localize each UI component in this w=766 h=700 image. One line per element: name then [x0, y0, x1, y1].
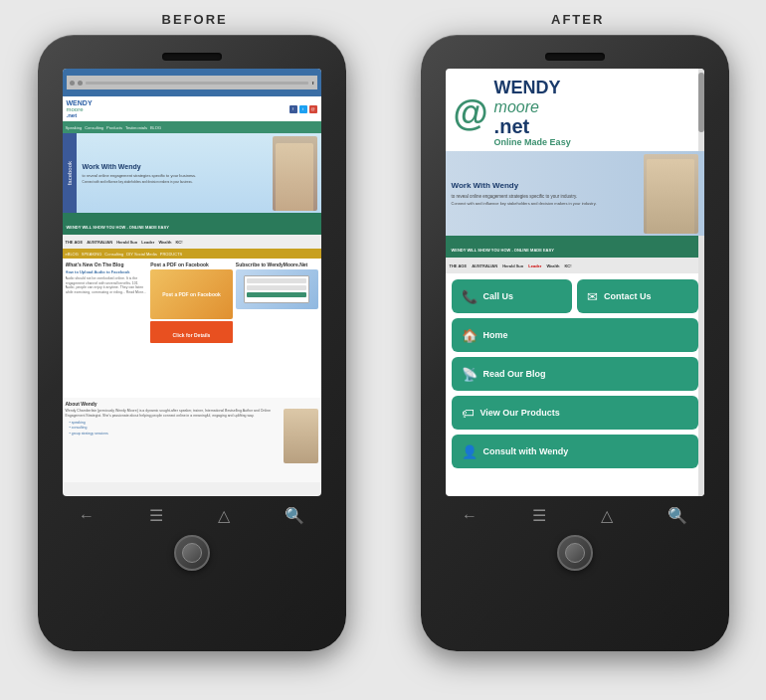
- col2-img[interactable]: Post a PDF on Facebook: [150, 269, 233, 319]
- before-second-nav[interactable]: eBLOG SPEAKING Consulting DIY Social Med…: [63, 249, 321, 259]
- before-person-img: [276, 143, 313, 211]
- after-home-icon[interactable]: △: [601, 506, 613, 525]
- before-screen: ⬆ WENDY moore .net f t @: [63, 69, 321, 496]
- after-home-button-inner: [565, 543, 585, 563]
- products-button[interactable]: 🏷 View Our Products: [452, 396, 698, 430]
- call-us-label: Call Us: [483, 291, 514, 301]
- after-menu-icon[interactable]: ☰: [532, 506, 546, 525]
- after-search-icon[interactable]: 🔍: [668, 506, 687, 525]
- contact-us-button[interactable]: ✉ Contact Us: [577, 279, 698, 313]
- home-icon: 🏠: [462, 328, 478, 343]
- after-hero-title: Work With Wendy: [452, 181, 644, 191]
- consult-label: Consult with Wendy: [483, 446, 569, 456]
- after-buttons-area: 📞 Call Us ✉ Contact Us 🏠 Home: [446, 273, 704, 474]
- after-back-icon[interactable]: ←: [462, 507, 478, 525]
- col2-title: Post a PDF on Facebook: [150, 262, 233, 267]
- after-person-img: [647, 159, 694, 234]
- before-phone: ⬆ WENDY moore .net f t @: [38, 35, 346, 651]
- col2-img-text: Post a PDF on Facebook: [162, 291, 221, 297]
- before-hero-title: Work With Wendy: [83, 162, 273, 171]
- after-hero-text: Work With Wendy to reveal online engagem…: [452, 181, 644, 206]
- after-bottom-nav: ← ☰ △ 🔍: [435, 496, 715, 529]
- facebook-sidebar: facebook: [63, 133, 77, 213]
- consult-button[interactable]: 👤 Consult with Wendy: [452, 435, 698, 468]
- back-nav-icon[interactable]: ←: [79, 507, 95, 525]
- col3-field2[interactable]: [247, 285, 306, 290]
- about-row: Wendy Chamberlain (previously Wendy Moor…: [66, 409, 318, 463]
- before-banner-text: WENDY WILL SHOW YOU HOW - ONLINE MADE EA…: [67, 225, 169, 230]
- products-label: View Our Products: [480, 408, 560, 418]
- after-hero-subtitle: to reveal online engagement strategies s…: [452, 194, 644, 200]
- phone-icon: 📞: [462, 289, 478, 304]
- consult-icon: 👤: [462, 444, 478, 459]
- about-title: About Wendy: [66, 401, 318, 407]
- scrollbar[interactable]: [698, 69, 704, 496]
- before-social-icons: f t @: [289, 105, 317, 113]
- col2-cta[interactable]: Click for Details: [150, 321, 233, 343]
- products-icon: 🏷: [462, 406, 475, 421]
- before-green-banner: WENDY WILL SHOW YOU HOW - ONLINE MADE EA…: [63, 213, 321, 235]
- btn-row-1: 📞 Call Us ✉ Contact Us: [452, 279, 698, 313]
- after-hero-image: [644, 154, 698, 234]
- logo-moore: moore: [494, 98, 571, 116]
- after-logo-leader: Leader: [528, 263, 541, 268]
- col1-title: What's New On The Blog: [66, 262, 148, 267]
- nav-products[interactable]: Products: [106, 125, 122, 130]
- contact-us-label: Contact Us: [604, 291, 652, 301]
- logo-wendy: WENDY: [494, 79, 571, 98]
- sec-nav-products[interactable]: PRODUCTS: [160, 252, 182, 257]
- email-icon[interactable]: @: [309, 105, 317, 113]
- scrollbar-thumb[interactable]: [698, 73, 704, 132]
- after-logo-aus: AUSTRALIAN: [472, 263, 497, 268]
- url-bar[interactable]: [86, 82, 308, 85]
- before-main-nav[interactable]: Speaking Consulting Products Testimonial…: [63, 121, 321, 133]
- sec-nav-social[interactable]: DIY Social Media: [126, 252, 157, 257]
- before-home-button[interactable]: [174, 535, 210, 571]
- twitter-icon[interactable]: t: [299, 105, 307, 113]
- col3-field1[interactable]: [247, 278, 306, 283]
- logo-age: THE AGE: [66, 240, 84, 245]
- home-button[interactable]: 🏠 Home: [452, 318, 698, 352]
- facebook-icon[interactable]: f: [289, 105, 297, 113]
- nav-blog[interactable]: BLOG: [150, 125, 161, 130]
- before-col2: Post a PDF on Facebook Post a PDF on Fac…: [150, 262, 233, 395]
- sec-nav-speaking[interactable]: SPEAKING: [82, 252, 101, 257]
- about-img-col: [284, 409, 318, 463]
- col3-title: Subscribe to WendyMoore.Net: [236, 262, 318, 267]
- back-btn[interactable]: [70, 81, 75, 86]
- nav-consulting[interactable]: Consulting: [85, 125, 103, 130]
- before-hero-text: Work With Wendy to reveal online engagem…: [67, 162, 273, 184]
- logo-aus: AUSTRALIAN: [87, 240, 112, 245]
- col1-subtitle[interactable]: How to Upload Audio to Facebook: [66, 269, 148, 274]
- before-home-button-inner: [182, 543, 202, 563]
- after-hero: Work With Wendy to reveal online engagem…: [446, 151, 704, 236]
- blog-button[interactable]: 📡 Read Our Blog: [452, 357, 698, 391]
- col3-submit[interactable]: [247, 292, 306, 297]
- after-screen: @ WENDY moore .net Online Made Easy Work…: [446, 69, 704, 496]
- logo-tagline: Online Made Easy: [494, 137, 571, 147]
- menu-nav-icon[interactable]: ☰: [149, 506, 163, 525]
- nav-speaking[interactable]: Speaking: [66, 125, 83, 130]
- after-home-button[interactable]: [557, 535, 593, 571]
- logo-wealth: Wealth: [158, 240, 171, 245]
- before-hero-connect: Connect with and influence key stakehold…: [83, 180, 273, 184]
- call-us-button[interactable]: 📞 Call Us: [452, 279, 573, 313]
- btn-share[interactable]: ⬆: [311, 81, 314, 86]
- search-nav-icon[interactable]: 🔍: [285, 506, 304, 525]
- before-content: What's New On The Blog How to Upload Aud…: [63, 259, 321, 398]
- link-group[interactable]: group strategy sessions: [66, 432, 281, 438]
- before-logo: WENDY moore .net: [67, 99, 93, 118]
- sec-nav-blog[interactable]: eBLOG: [66, 252, 79, 257]
- nav-testimonials[interactable]: Testimonials: [125, 125, 147, 130]
- before-bottom-nav: ← ☰ △ 🔍: [52, 496, 332, 529]
- fwd-btn[interactable]: [78, 81, 83, 86]
- sec-nav-consulting[interactable]: Consulting: [104, 252, 123, 257]
- after-green-banner: WENDY WILL SHOW YOU HOW - ONLINE MADE EA…: [446, 236, 704, 258]
- col2-cta-text: Click for Details: [173, 332, 211, 338]
- after-logos-bar: THE AGE AUSTRALIAN Herald Sun Leader Wea…: [446, 258, 704, 273]
- home-nav-icon[interactable]: △: [218, 506, 230, 525]
- logo-net: .net: [494, 115, 571, 137]
- before-site-header: WENDY moore .net f t @: [63, 96, 321, 121]
- before-label: BEFORE: [162, 12, 228, 27]
- speaker-before: [162, 53, 222, 61]
